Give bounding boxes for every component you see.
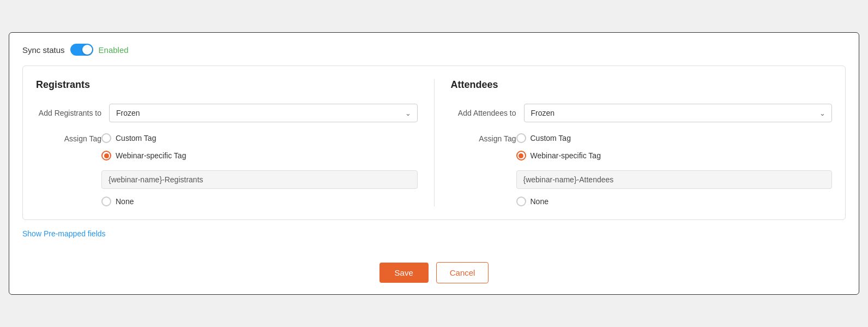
registrants-dropdown-wrapper: Frozen ⌄	[109, 104, 418, 122]
add-attendees-label: Add Attendees to	[451, 109, 516, 117]
registrants-webinar-tag-row[interactable]: Webinar-specific Tag	[101, 151, 418, 160]
registrants-dropdown[interactable]: Frozen	[109, 104, 418, 122]
bottom-actions: Save Cancel	[22, 262, 846, 283]
add-registrants-label: Add Registrants to	[36, 109, 101, 117]
registrants-panel: Registrants Add Registrants to Frozen ⌄ …	[36, 79, 418, 206]
registrants-webinar-tag-radio[interactable]	[101, 151, 111, 160]
attendees-dropdown[interactable]: Frozen	[524, 104, 833, 122]
save-button[interactable]: Save	[379, 263, 429, 283]
registrants-custom-tag-radio[interactable]	[101, 133, 111, 143]
registrants-none-radio[interactable]	[101, 197, 111, 206]
sync-state: Enabled	[99, 45, 129, 55]
attendees-none-label: None	[531, 197, 548, 206]
registrants-title: Registrants	[36, 79, 418, 91]
attendees-panel: Attendees Add Attendees to Frozen ⌄ Assi…	[451, 79, 833, 206]
attendees-webinar-tag-label: Webinar-specific Tag	[531, 151, 601, 160]
attendees-dropdown-wrapper: Frozen ⌄	[524, 104, 833, 122]
attendees-none-radio[interactable]	[516, 197, 526, 206]
registrants-custom-tag-row[interactable]: Custom Tag	[101, 133, 418, 143]
registrants-custom-tag-label: Custom Tag	[116, 134, 156, 142]
add-attendees-row: Add Attendees to Frozen ⌄	[451, 104, 833, 122]
panels-row: Registrants Add Registrants to Frozen ⌄ …	[22, 66, 846, 220]
registrants-webinar-radio-inner	[104, 153, 109, 158]
registrants-assign-tag-section: Assign Tag Custom Tag Webinar-specific T…	[36, 133, 418, 206]
attendees-tag-options: Custom Tag Webinar-specific Tag No	[516, 133, 833, 206]
attendees-assign-tag-section: Assign Tag Custom Tag Webinar-specific T…	[451, 133, 833, 206]
attendees-webinar-radio-inner	[519, 153, 523, 158]
registrants-tag-options: Custom Tag Webinar-specific Tag No	[101, 133, 418, 206]
attendees-custom-tag-radio[interactable]	[516, 133, 526, 143]
sync-row: Sync status Enabled	[22, 44, 846, 56]
attendees-webinar-tag-row[interactable]: Webinar-specific Tag	[516, 151, 833, 160]
show-premapped-link[interactable]: Show Pre-mapped fields	[22, 229, 106, 238]
toggle-thumb	[82, 45, 92, 55]
attendees-custom-tag-row[interactable]: Custom Tag	[516, 133, 833, 143]
sync-label: Sync status	[22, 45, 65, 55]
panel-divider	[434, 79, 435, 206]
add-registrants-row: Add Registrants to Frozen ⌄	[36, 104, 418, 122]
registrants-assign-tag-label: Assign Tag	[36, 133, 101, 206]
cancel-button[interactable]: Cancel	[436, 262, 489, 283]
registrants-tag-input[interactable]	[101, 170, 418, 189]
attendees-custom-tag-label: Custom Tag	[531, 134, 571, 142]
attendees-title: Attendees	[451, 79, 833, 91]
sync-toggle[interactable]	[70, 44, 93, 56]
attendees-none-row[interactable]: None	[516, 197, 833, 206]
registrants-none-label: None	[116, 197, 134, 206]
attendees-assign-tag-label: Assign Tag	[451, 133, 516, 206]
registrants-none-row[interactable]: None	[101, 197, 418, 206]
attendees-webinar-tag-radio[interactable]	[516, 151, 526, 160]
registrants-webinar-tag-label: Webinar-specific Tag	[116, 151, 186, 160]
page-container: Sync status Enabled Registrants Add Regi…	[9, 32, 859, 295]
attendees-tag-input[interactable]	[516, 170, 833, 189]
